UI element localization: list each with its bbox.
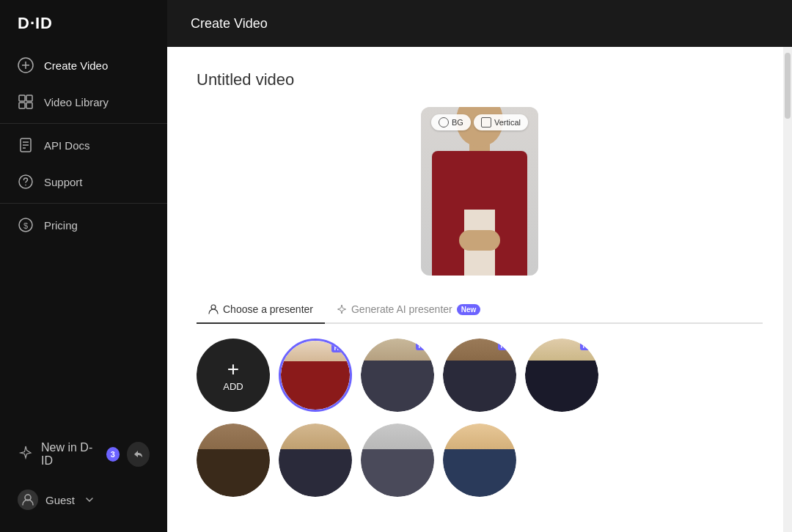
circle-icon: [439, 117, 449, 128]
plus-circle-icon: [18, 57, 34, 73]
presenter-item-8[interactable]: [443, 424, 516, 497]
sidebar-navigation: Create Video Video Library: [0, 47, 167, 421]
presenter-item-4[interactable]: HQ: [525, 339, 598, 412]
add-presenter-button[interactable]: + ADD: [197, 339, 270, 412]
plus-icon: +: [227, 359, 239, 380]
new-badge: 3: [106, 447, 120, 462]
sparkle-small-icon: [337, 304, 347, 314]
content-area: Untitled video BG Vertical: [167, 47, 792, 532]
presenter-avatar-6: [279, 424, 352, 497]
presenter-avatar-5: [197, 424, 270, 497]
presenter-item-2[interactable]: HQ: [361, 339, 434, 412]
presenter-tabs: Choose a presenter Generate AI presenter…: [197, 296, 763, 324]
presenter-item-1[interactable]: HQ: [279, 339, 352, 412]
sidebar-item-support[interactable]: Support: [0, 163, 167, 200]
sidebar-item-create-video[interactable]: Create Video: [0, 47, 167, 84]
sidebar-item-pricing[interactable]: $ Pricing: [0, 207, 167, 243]
presenter-grid-row2: [197, 424, 763, 509]
chevron-down-icon: [85, 495, 94, 504]
share-button[interactable]: [127, 442, 150, 467]
help-circle-icon: [18, 174, 34, 190]
presenter-avatar-7: [361, 424, 434, 497]
scrollbar-thumb[interactable]: [785, 53, 791, 119]
sidebar-item-api-docs[interactable]: API Docs: [0, 127, 167, 163]
sidebar-item-label: Support: [44, 176, 83, 188]
presenter-item-6[interactable]: [279, 424, 352, 497]
user-section[interactable]: Guest: [0, 479, 167, 520]
logo-text: D·ID: [18, 14, 53, 33]
sidebar-item-video-library[interactable]: Video Library: [0, 84, 167, 120]
presenter-preview: BG Vertical: [421, 107, 538, 276]
sidebar-item-label: Pricing: [44, 219, 78, 232]
logo: D·ID: [0, 0, 167, 47]
vertical-button[interactable]: Vertical: [474, 114, 528, 130]
svg-rect-4: [26, 95, 32, 101]
svg-rect-5: [19, 103, 25, 108]
svg-point-16: [211, 305, 216, 309]
sidebar: D·ID Create Video: [0, 0, 167, 532]
preview-controls: BG Vertical: [431, 114, 528, 130]
hq-badge-1: HQ: [331, 344, 348, 352]
sidebar-item-label: API Docs: [44, 139, 90, 152]
main-content: Create Video Untitled video BG Vertical: [167, 0, 792, 532]
tab-choose-presenter[interactable]: Choose a presenter: [197, 296, 325, 324]
presenter-item-3[interactable]: HQ: [443, 339, 516, 412]
document-icon: [18, 137, 34, 153]
svg-rect-3: [19, 95, 25, 101]
new-in-did[interactable]: New in D-ID 3: [0, 432, 167, 476]
bg-button[interactable]: BG: [431, 114, 471, 130]
person-icon: [208, 304, 219, 314]
svg-text:$: $: [23, 221, 28, 230]
page-title: Create Video: [191, 16, 268, 32]
avatar: [18, 489, 38, 510]
sidebar-item-label: Create Video: [44, 59, 108, 72]
scrollbar[interactable]: [783, 47, 792, 532]
person-hands: [459, 230, 500, 251]
presenter-item-7[interactable]: [361, 424, 434, 497]
video-title[interactable]: Untitled video: [197, 70, 763, 89]
new-tab-badge: New: [457, 304, 481, 315]
svg-rect-6: [26, 103, 32, 108]
presenter-figure: [421, 107, 538, 276]
person-silhouette: [421, 107, 538, 276]
new-in-did-label: New in D-ID: [41, 441, 99, 468]
presenter-avatar-8: [443, 424, 516, 497]
presenter-item-5[interactable]: [197, 424, 270, 497]
sidebar-item-label: Video Library: [44, 96, 109, 108]
hq-badge-4: HQ: [580, 341, 596, 350]
rect-icon: [481, 117, 491, 128]
svg-point-12: [25, 185, 26, 186]
user-label: Guest: [45, 494, 75, 506]
tab-generate-ai[interactable]: Generate AI presenter New: [325, 296, 492, 324]
top-bar: Create Video: [167, 0, 792, 47]
sparkle-icon: [18, 445, 34, 464]
hq-badge-2: HQ: [416, 341, 432, 350]
sidebar-bottom: New in D-ID 3 Guest: [0, 421, 167, 532]
add-label: ADD: [223, 381, 243, 392]
hq-badge-3: HQ: [498, 341, 514, 350]
dollar-circle-icon: $: [18, 217, 34, 233]
presenter-grid: + ADD HQ HQ HQ HQ: [197, 339, 763, 424]
grid-icon: [18, 94, 34, 110]
